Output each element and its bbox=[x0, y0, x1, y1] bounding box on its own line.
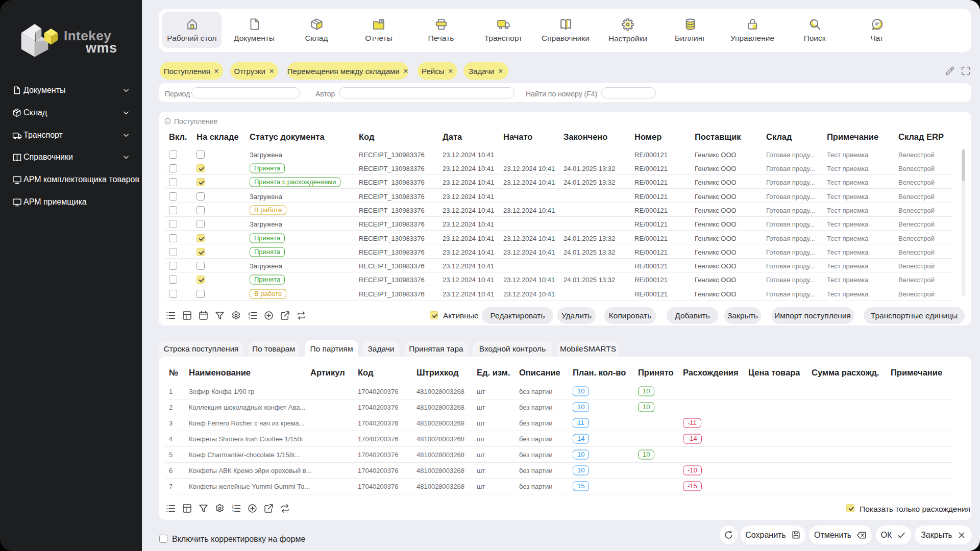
svg-text:3: 3 bbox=[248, 316, 250, 320]
svg-text:3: 3 bbox=[232, 509, 234, 513]
